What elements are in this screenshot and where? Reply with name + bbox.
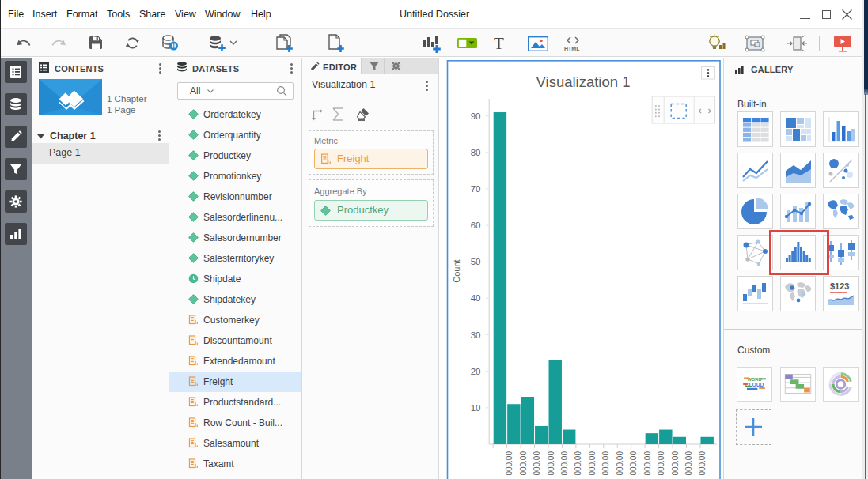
svg-text:30: 30 <box>471 330 481 340</box>
svg-text:10: 10 <box>471 403 481 413</box>
svg-text:000.00: 000.00 <box>643 451 652 476</box>
svg-text:000.00: 000.00 <box>588 451 597 476</box>
svg-text:20: 20 <box>471 367 481 376</box>
svg-text:Count: Count <box>452 259 461 282</box>
svg-text:000.00: 000.00 <box>657 451 665 476</box>
svg-text:80: 80 <box>471 148 481 157</box>
svg-text:000.00: 000.00 <box>519 451 528 476</box>
svg-text:60: 60 <box>471 221 481 230</box>
svg-text:000.00: 000.00 <box>505 451 514 476</box>
svg-text:000.00: 000.00 <box>574 451 582 476</box>
svg-text:000.00: 000.00 <box>601 451 610 476</box>
svg-text:000.00: 000.00 <box>616 451 624 476</box>
svg-text:70: 70 <box>471 184 481 194</box>
svg-text:000.00: 000.00 <box>698 451 707 476</box>
svg-text:40: 40 <box>471 293 481 303</box>
svg-text:90: 90 <box>471 111 481 121</box>
svg-text:Visualization 1: Visualization 1 <box>536 74 631 90</box>
svg-text:000.00: 000.00 <box>533 451 541 476</box>
svg-text:HTML: HTML <box>564 46 580 51</box>
svg-text:000.00: 000.00 <box>671 451 680 476</box>
svg-text:000.00: 000.00 <box>547 451 555 476</box>
svg-text:000.00: 000.00 <box>560 451 569 476</box>
svg-text:50: 50 <box>471 257 481 266</box>
svg-text:000.00: 000.00 <box>684 451 693 476</box>
svg-text:000.00: 000.00 <box>629 451 638 476</box>
svg-text:$123: $123 <box>830 281 849 291</box>
